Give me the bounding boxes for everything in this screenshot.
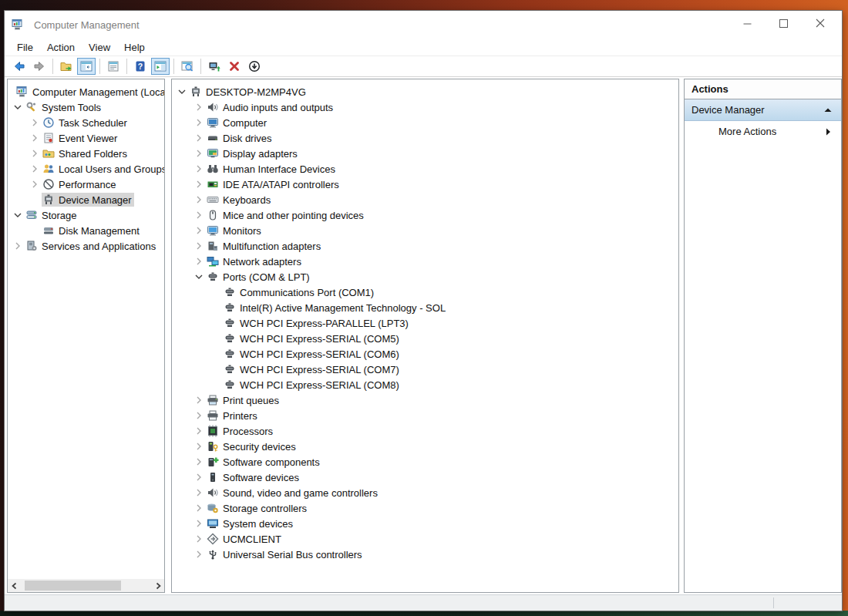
- chevron-collapsed-icon[interactable]: [192, 425, 206, 437]
- chevron-collapsed-icon[interactable]: [192, 224, 206, 237]
- maximize-button[interactable]: [769, 11, 806, 35]
- tree-item-communications-port-com1[interactable]: Communications Port (COM1): [172, 284, 678, 300]
- tree-item-storage[interactable]: Storage: [8, 207, 164, 223]
- chevron-collapsed-icon[interactable]: [192, 394, 206, 406]
- chevron-expanded-icon[interactable]: [11, 209, 25, 221]
- chevron-collapsed-icon[interactable]: [192, 116, 206, 129]
- tree-item-ide-ata-atapi-controllers[interactable]: IDE ATA/ATAPI controllers: [172, 177, 678, 192]
- menu-file[interactable]: File: [10, 40, 40, 55]
- tree-item-intel-r-active-management-technology-sol[interactable]: Intel(R) Active Management Technology - …: [172, 300, 678, 315]
- help-button[interactable]: ?: [131, 58, 150, 75]
- show-window-button[interactable]: [178, 58, 197, 75]
- disable-device-button[interactable]: [245, 58, 264, 75]
- tree-item-system-tools[interactable]: System Tools: [8, 99, 164, 115]
- tree-item-disk-management[interactable]: Disk Management: [8, 223, 164, 238]
- menu-action[interactable]: Action: [40, 40, 82, 55]
- tree-item-storage-controllers[interactable]: Storage controllers: [172, 500, 678, 516]
- chevron-expanded-icon[interactable]: [11, 101, 25, 113]
- chevron-collapsed-icon[interactable]: [28, 147, 42, 160]
- tree-item-human-interface-devices[interactable]: Human Interface Devices: [172, 161, 678, 177]
- tree-item-local-users-and-groups[interactable]: Local Users and Groups: [8, 161, 164, 177]
- scrollbar-thumb[interactable]: [25, 581, 121, 591]
- tree-item-device-manager[interactable]: Device Manager: [8, 192, 164, 207]
- scan-hardware-changes-button[interactable]: [205, 58, 224, 75]
- tree-item-audio-inputs-and-outputs[interactable]: Audio inputs and outputs: [172, 99, 678, 115]
- chevron-collapsed-icon[interactable]: [28, 116, 42, 129]
- tree-item-keyboards[interactable]: Keyboards: [172, 192, 678, 207]
- tree-item-network-adapters[interactable]: Network adapters: [172, 254, 678, 269]
- close-button[interactable]: [806, 11, 842, 35]
- actions-group-device-manager[interactable]: Device Manager: [685, 99, 841, 121]
- chevron-collapsed-icon[interactable]: [192, 517, 206, 530]
- chevron-collapsed-icon[interactable]: [192, 471, 206, 483]
- tree-item-sound-video-and-game-controllers[interactable]: Sound, video and game controllers: [172, 485, 678, 500]
- chevron-collapsed-icon[interactable]: [192, 548, 206, 560]
- tree-item-computer[interactable]: Computer: [172, 115, 678, 130]
- show-console-tree-button[interactable]: [77, 58, 96, 75]
- chevron-expanded-icon[interactable]: [192, 271, 206, 283]
- export-list-button[interactable]: [57, 58, 76, 75]
- chevron-collapsed-icon[interactable]: [192, 178, 206, 190]
- collapse-up-icon[interactable]: [822, 104, 834, 116]
- tree-item-wch-pci-express-serial-com8[interactable]: WCH PCI Express-SERIAL (COM8): [172, 377, 678, 392]
- scroll-right-button[interactable]: [151, 579, 164, 592]
- chevron-collapsed-icon[interactable]: [192, 440, 206, 453]
- chevron-collapsed-icon[interactable]: [28, 132, 42, 144]
- chevron-collapsed-icon[interactable]: [28, 178, 42, 190]
- menu-view[interactable]: View: [82, 40, 117, 55]
- chevron-collapsed-icon[interactable]: [192, 163, 206, 175]
- tree-item-services-and-applications[interactable]: Services and Applications: [8, 238, 164, 254]
- tree-item-software-components[interactable]: Software components: [172, 454, 678, 470]
- chevron-collapsed-icon[interactable]: [192, 132, 206, 144]
- chevron-collapsed-icon[interactable]: [192, 533, 206, 545]
- tree-item-monitors[interactable]: Monitors: [172, 223, 678, 238]
- tree-item-universal-serial-bus-controllers[interactable]: Universal Serial Bus controllers: [172, 547, 678, 562]
- menu-help[interactable]: Help: [117, 40, 152, 55]
- back-button[interactable]: [10, 58, 29, 75]
- minimize-button[interactable]: [733, 11, 769, 35]
- tree-item-system-devices[interactable]: System devices: [172, 516, 678, 531]
- chevron-collapsed-icon[interactable]: [192, 255, 206, 268]
- chevron-collapsed-icon[interactable]: [11, 240, 25, 252]
- tree-item-event-viewer[interactable]: Event Viewer: [8, 130, 164, 146]
- chevron-collapsed-icon[interactable]: [28, 163, 42, 175]
- tree-item-ports-com-lpt[interactable]: Ports (COM & LPT): [172, 269, 678, 284]
- chevron-collapsed-icon[interactable]: [192, 409, 206, 422]
- forward-button[interactable]: [30, 58, 49, 75]
- chevron-collapsed-icon[interactable]: [192, 486, 206, 499]
- tree-item-wch-pci-express-serial-com5[interactable]: WCH PCI Express-SERIAL (COM5): [172, 331, 678, 346]
- chevron-collapsed-icon[interactable]: [192, 194, 206, 206]
- chevron-expanded-icon[interactable]: [175, 86, 189, 98]
- show-action-pane-button[interactable]: [151, 58, 170, 75]
- tree-item-wch-pci-express-serial-com6[interactable]: WCH PCI Express-SERIAL (COM6): [172, 346, 678, 362]
- tree-item-wch-pci-express-parallel-lpt3[interactable]: WCH PCI Express-PARALLEL (LPT3): [172, 315, 678, 331]
- tree-item-shared-folders[interactable]: Shared Folders: [8, 146, 164, 161]
- uninstall-device-button[interactable]: [225, 58, 244, 75]
- chevron-collapsed-icon[interactable]: [192, 101, 206, 113]
- chevron-collapsed-icon[interactable]: [192, 456, 206, 468]
- horizontal-scrollbar[interactable]: [8, 579, 164, 592]
- chevron-collapsed-icon[interactable]: [192, 147, 206, 160]
- more-actions-item[interactable]: More Actions: [685, 121, 841, 142]
- tree-item-desktop-m2mp4vg[interactable]: DESKTOP-M2MP4VG: [172, 84, 678, 99]
- scroll-left-button[interactable]: [8, 579, 21, 592]
- chevron-collapsed-icon[interactable]: [192, 502, 206, 514]
- tree-item-software-devices[interactable]: Software devices: [172, 470, 678, 485]
- tree-item-performance[interactable]: Performance: [8, 177, 164, 192]
- chevron-collapsed-icon[interactable]: [192, 240, 206, 252]
- tree-item-computer-management-local[interactable]: Computer Management (Local: [8, 84, 164, 99]
- tree-item-multifunction-adapters[interactable]: Multifunction adapters: [172, 238, 678, 254]
- properties-button[interactable]: [104, 58, 123, 75]
- tree-item-disk-drives[interactable]: Disk drives: [172, 130, 678, 146]
- tree-item-print-queues[interactable]: Print queues: [172, 392, 678, 408]
- tree-item-wch-pci-express-serial-com7[interactable]: WCH PCI Express-SERIAL (COM7): [172, 362, 678, 377]
- tree-item-security-devices[interactable]: Security devices: [172, 439, 678, 454]
- tree-item-task-scheduler[interactable]: Task Scheduler: [8, 115, 164, 130]
- tree-item-display-adapters[interactable]: Display adapters: [172, 146, 678, 161]
- scrollbar-track[interactable]: [21, 579, 151, 592]
- tree-item-printers[interactable]: Printers: [172, 408, 678, 423]
- tree-item-ucmclient[interactable]: UCMCLIENT: [172, 531, 678, 547]
- chevron-collapsed-icon[interactable]: [192, 209, 206, 221]
- tree-item-mice-and-other-pointing-devices[interactable]: Mice and other pointing devices: [172, 207, 678, 223]
- tree-item-processors[interactable]: Processors: [172, 423, 678, 439]
